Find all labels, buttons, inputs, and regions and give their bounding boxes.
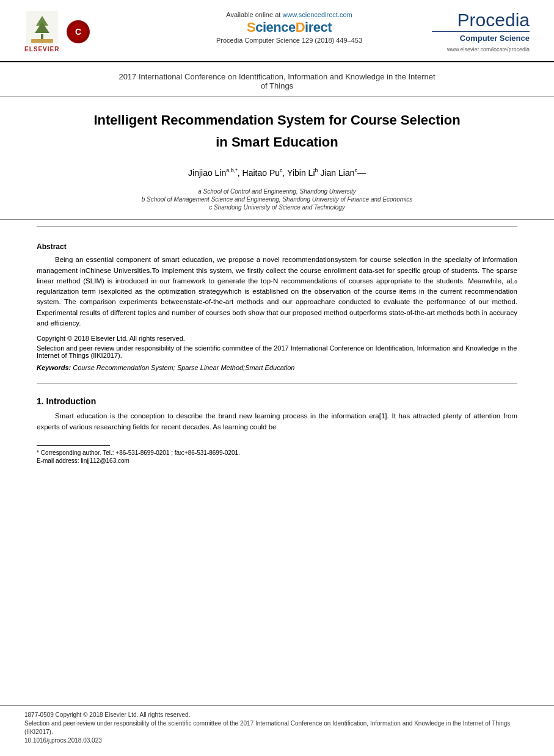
author4-suffix: — <box>357 167 366 177</box>
procedia-branding: Procedia Computer Science www.elsevier.c… <box>432 11 530 53</box>
intro-heading: 1. Introduction <box>37 396 517 406</box>
conference-banner: 2017 International Conference on Identif… <box>0 62 554 97</box>
footer-peer-review: Selection and peer-review under responsi… <box>24 719 530 736</box>
intro-body: Smart education is the conception to des… <box>37 411 517 433</box>
keywords-line: Keywords: Course Recommendation System; … <box>37 364 517 371</box>
affiliation-b: b School of Management Science and Engin… <box>49 196 505 203</box>
author4-name: Jian Lian <box>318 167 355 177</box>
procedia-info: Procedia Computer Science 129 (2018) 449… <box>147 37 432 44</box>
keywords-label: Keywords: <box>37 364 71 371</box>
keywords-value: Course Recommendation System; Sparse Lin… <box>73 364 294 371</box>
header: ELSEVIER C Available online at www.scien… <box>0 0 554 62</box>
paper-title-line2: in Smart Education <box>37 134 517 150</box>
conference-line1: 2017 International Conference on Identif… <box>37 72 517 81</box>
email-note: E-mail address: linjj112@163.com <box>37 457 517 464</box>
elsevier-text: ELSEVIER <box>24 46 59 53</box>
sd-s-letter: S <box>247 20 255 35</box>
author3-name: , Yibin Li <box>283 167 315 177</box>
sciencedirect-brand: ScienceDirect <box>147 20 432 35</box>
abstract-body: Being an essential component of smart ed… <box>37 255 517 329</box>
abstract-top-divider <box>37 226 517 227</box>
publisher-logos: ELSEVIER C <box>24 11 147 53</box>
sciencedirect-url[interactable]: www.sciencedirect.com <box>282 11 352 18</box>
svg-rect-4 <box>31 39 53 43</box>
page-footer: 1877-0509 Copyright © 2018 Elsevier Ltd.… <box>0 705 554 745</box>
footnote-area: * Corresponding author. Tel.: +86-531-86… <box>0 449 554 471</box>
header-center: Available online at www.sciencedirect.co… <box>147 11 432 44</box>
copyright-notice: Copyright © 2018 Elsevier Ltd. All right… <box>37 335 517 342</box>
intro-top-divider <box>37 383 517 384</box>
computer-science-label: Computer Science <box>432 31 530 43</box>
procedia-brand-text: Procedia <box>432 11 530 29</box>
abstract-section: Abstract Being an essential component of… <box>0 233 554 377</box>
author2-name: , Haitao Pu <box>238 167 280 177</box>
author1-name: Jinjiao Lin <box>188 167 226 177</box>
elsevier-logo: ELSEVIER <box>24 11 59 53</box>
introduction-section: 1. Introduction Smart education is the c… <box>0 390 554 439</box>
authors-area: Jinjiao Lina,b,*, Haitao Puc, Yibin Lib … <box>0 167 554 189</box>
available-online-text: Available online at www.sciencedirect.co… <box>147 11 432 18</box>
conference-line2: of Things <box>37 81 517 90</box>
sd-d-letter: D <box>296 20 305 35</box>
footer-copyright-line: 1877-0509 Copyright © 2018 Elsevier Ltd.… <box>24 711 530 719</box>
corresponding-author-note: * Corresponding author. Tel.: +86-531-86… <box>37 449 517 456</box>
peer-review-notice: Selection and peer-review under responsi… <box>37 344 517 359</box>
footer-doi: 10.1016/j.procs.2018.03.023 <box>24 736 530 745</box>
authors-line: Jinjiao Lina,b,*, Haitao Puc, Yibin Lib … <box>37 167 517 178</box>
elsevier-tree-icon <box>26 11 58 45</box>
paper-title-area: Intelligent Recommendation System for Co… <box>0 97 554 167</box>
crossmark-logo: C <box>67 20 90 43</box>
affiliations-area: a School of Control and Engineering, Sha… <box>0 188 554 220</box>
affiliation-a: a School of Control and Engineering, Sha… <box>49 188 505 195</box>
author1-sup: a,b,* <box>226 167 238 173</box>
footnote-divider <box>37 445 110 446</box>
footer-copyright: 1877-0509 Copyright © 2018 Elsevier Ltd.… <box>24 711 530 745</box>
abstract-label: Abstract <box>37 242 517 251</box>
page: ELSEVIER C Available online at www.scien… <box>0 0 554 756</box>
svg-text:C: C <box>75 27 81 37</box>
affiliation-c: c Shandong University of Science and Tec… <box>49 204 505 211</box>
available-online-label: Available online at <box>226 11 282 18</box>
elsevier-locate-url: www.elsevier.com/locate/procedia <box>432 46 530 53</box>
paper-title-line1: Intelligent Recommendation System for Co… <box>37 112 517 129</box>
